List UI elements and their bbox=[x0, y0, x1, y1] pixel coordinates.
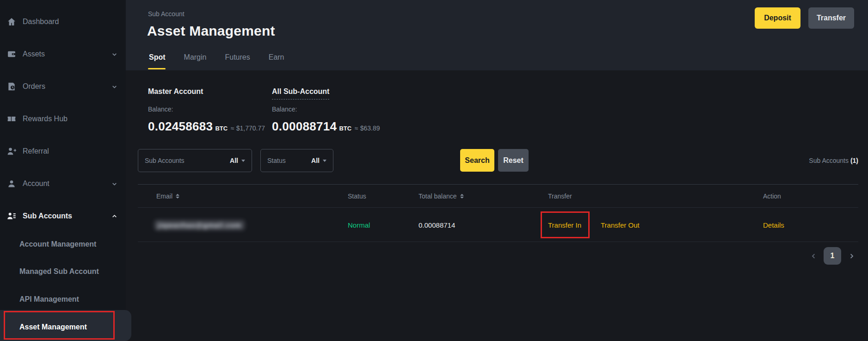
details-link[interactable]: Details bbox=[763, 208, 784, 242]
sidebar-item-label: Dashboard bbox=[23, 18, 117, 26]
referral-person-plus-icon bbox=[6, 146, 17, 156]
sidebar-item-rewards-hub[interactable]: Rewards Hub bbox=[0, 110, 126, 128]
home-icon bbox=[6, 17, 17, 27]
sub-balance-fiat: ≈ $63.89 bbox=[355, 124, 380, 132]
filter-label: Status bbox=[267, 157, 286, 164]
rewards-ticket-icon bbox=[6, 114, 17, 124]
transfer-out-link[interactable]: Transfer Out bbox=[601, 208, 640, 242]
master-balance-value: 0.02458683 BTC ≈ $1,770.77 bbox=[148, 119, 265, 134]
sidebar-subitem-label: Asset Management bbox=[19, 323, 87, 331]
sub-balance-unit: BTC bbox=[339, 125, 351, 132]
sidebar-subitem-label: Account Management bbox=[19, 240, 96, 248]
master-account-label[interactable]: Master Account bbox=[148, 87, 203, 96]
transfer-button[interactable]: Transfer bbox=[808, 7, 854, 29]
master-balance-unit: BTC bbox=[215, 125, 228, 132]
filter-selected-value: All bbox=[311, 157, 320, 164]
search-button[interactable]: Search bbox=[460, 149, 494, 172]
breadcrumb: Sub Account bbox=[148, 10, 185, 18]
column-header-status: Status bbox=[348, 185, 366, 208]
master-balance-fiat: ≈ $1,770.77 bbox=[231, 124, 265, 132]
master-balance-amount: 0.02458683 bbox=[148, 119, 213, 134]
tab-margin[interactable]: Margin bbox=[184, 53, 207, 62]
tab-futures[interactable]: Futures bbox=[225, 53, 250, 62]
chevron-up-icon bbox=[111, 213, 117, 219]
row-status: Normal bbox=[348, 208, 370, 242]
reset-button[interactable]: Reset bbox=[498, 149, 529, 172]
column-header-email[interactable]: Email bbox=[156, 185, 179, 208]
active-tab-underline bbox=[148, 68, 166, 69]
caret-down-icon bbox=[323, 160, 326, 162]
sidebar-item-account[interactable]: Account bbox=[0, 174, 126, 193]
sidebar-item-label: Sub Accounts bbox=[23, 212, 111, 220]
sort-icon bbox=[460, 194, 464, 198]
orders-icon bbox=[6, 81, 17, 92]
sort-icon bbox=[176, 194, 179, 198]
sidebar: Dashboard Assets Orders Rewards Hub Refe… bbox=[0, 0, 126, 341]
sidebar-item-label: Rewards Hub bbox=[23, 115, 117, 123]
sidebar-subitem-asset-management[interactable]: Asset Management bbox=[0, 318, 126, 336]
status-filter-dropdown[interactable]: Status All bbox=[260, 149, 333, 172]
sidebar-subitem-managed-sub-account[interactable]: Managed Sub Account bbox=[0, 262, 126, 281]
sub-balance-value: 0.00088714 BTC ≈ $63.89 bbox=[272, 119, 380, 134]
sidebar-item-orders[interactable]: Orders bbox=[0, 77, 126, 96]
sub-accounts-filter-dropdown[interactable]: Sub Accounts All bbox=[138, 149, 252, 172]
sidebar-item-label: Orders bbox=[23, 82, 111, 91]
filter-label: Sub Accounts bbox=[145, 157, 185, 164]
sidebar-item-dashboard[interactable]: Dashboard bbox=[0, 12, 126, 31]
sidebar-item-sub-accounts[interactable]: Sub Accounts bbox=[0, 207, 126, 225]
account-type-tabs: Spot Margin Futures Earn bbox=[149, 53, 284, 62]
sub-accounts-count-value: (1) bbox=[850, 157, 858, 164]
sidebar-item-label: Referral bbox=[23, 147, 117, 155]
sub-accounts-icon bbox=[6, 211, 17, 221]
tab-earn[interactable]: Earn bbox=[269, 53, 284, 62]
sidebar-subitem-account-management[interactable]: Account Management bbox=[0, 235, 126, 254]
sidebar-item-label: Account bbox=[23, 180, 111, 188]
filter-selected-value: All bbox=[230, 157, 238, 164]
table-row: jiqwanhao@gmail.com Normal 0.00088714 Tr… bbox=[138, 207, 858, 242]
chevron-down-icon bbox=[111, 83, 117, 90]
sub-accounts-count: Sub Accounts (1) bbox=[809, 157, 858, 164]
table-header-row: Email Status Total balance Transfer Acti… bbox=[138, 184, 858, 207]
sidebar-subitem-label: API Management bbox=[19, 295, 79, 304]
transfer-in-link[interactable]: Transfer In bbox=[548, 208, 581, 242]
all-sub-account-link[interactable]: All Sub-Account bbox=[272, 87, 329, 99]
chevron-down-icon bbox=[111, 180, 117, 187]
sidebar-item-label: Assets bbox=[23, 50, 111, 58]
wallet-icon bbox=[6, 49, 17, 59]
page-number-current[interactable]: 1 bbox=[824, 247, 841, 265]
next-page-icon[interactable] bbox=[846, 250, 857, 261]
sub-accounts-table: Email Status Total balance Transfer Acti… bbox=[138, 184, 858, 242]
account-person-icon bbox=[6, 179, 17, 189]
pagination: 1 bbox=[808, 247, 857, 265]
column-header-total-balance[interactable]: Total balance bbox=[419, 185, 464, 208]
page-title: Asset Management bbox=[147, 23, 275, 39]
sidebar-item-assets[interactable]: Assets bbox=[0, 45, 126, 63]
deposit-button[interactable]: Deposit bbox=[755, 7, 800, 29]
row-total-balance: 0.00088714 bbox=[419, 208, 455, 242]
chevron-down-icon bbox=[111, 51, 117, 57]
sidebar-subitem-api-management[interactable]: API Management bbox=[0, 290, 126, 309]
sub-balance-label: Balance: bbox=[272, 105, 297, 113]
master-balance-label: Balance: bbox=[148, 105, 173, 113]
tab-spot[interactable]: Spot bbox=[149, 53, 166, 62]
previous-page-icon[interactable] bbox=[808, 250, 819, 261]
sidebar-item-referral[interactable]: Referral bbox=[0, 142, 126, 161]
caret-down-icon bbox=[241, 160, 245, 162]
row-email-blurred: jiqwanhao@gmail.com bbox=[154, 208, 245, 242]
sub-balance-amount: 0.00088714 bbox=[272, 119, 337, 134]
column-header-transfer: Transfer bbox=[548, 185, 572, 208]
column-header-action: Action bbox=[763, 185, 781, 208]
sidebar-subitem-label: Managed Sub Account bbox=[19, 267, 99, 276]
